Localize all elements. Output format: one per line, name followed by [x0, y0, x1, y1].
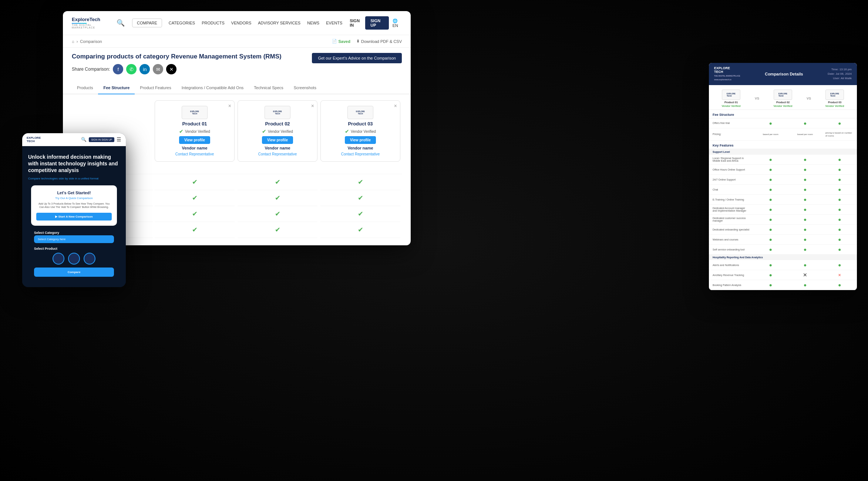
pdf-anc-p2: ✕: [788, 270, 822, 280]
check-icon: ●: [769, 226, 772, 232]
expert-advice-button[interactable]: Get our Expert's Advice on the Compariso…: [312, 53, 402, 63]
pdf-bp-p1: ●: [753, 280, 788, 290]
nav-products[interactable]: PRODUCTS: [202, 21, 225, 25]
check-icon: ●: [838, 262, 841, 268]
home-icon[interactable]: ⌂: [72, 39, 74, 44]
x-icon: ✕: [838, 273, 841, 277]
language-selector[interactable]: 🌐 EN: [393, 18, 402, 28]
mobile-card-title: Let's Get Started!: [36, 191, 112, 195]
pdf-etraining-label: E-Training / Online Training: [709, 195, 753, 205]
mobile-product-circle-1[interactable]: [53, 253, 64, 265]
pdf-acct-p3: ●: [822, 205, 857, 215]
contact-rep-2-link[interactable]: Contact Representative: [258, 152, 297, 156]
product-2-logo: EXPLORETECH: [265, 106, 290, 119]
pdf-vs-1: VS: [750, 90, 764, 107]
close-product-1-button[interactable]: ×: [228, 103, 231, 109]
check-icon: ●: [769, 176, 772, 182]
tab-products[interactable]: Products: [72, 82, 98, 94]
mobile-card-desc: Add Up To 3 Products Below To See How Th…: [36, 202, 112, 209]
pdf-free-trial-p2: ●: [788, 118, 822, 128]
close-product-2-button[interactable]: ×: [311, 103, 314, 109]
product-card-1: × EXPLORETECH Product 01 ✔ Vendor Verifi…: [155, 100, 235, 162]
breadcrumb-current: Comparison: [80, 39, 102, 44]
verified-check-icon-2: ✔: [262, 128, 266, 134]
product-3-name: Product 03: [348, 121, 373, 127]
pdf-key-features-title: Key Features: [709, 141, 857, 149]
share-twitter-button[interactable]: ✕: [166, 64, 176, 74]
contact-rep-1-link[interactable]: Contact Representative: [175, 152, 214, 156]
x-icon: ✕: [803, 272, 807, 278]
pdf-support-grid: Support Level Local / Regional Support i…: [709, 149, 857, 290]
product-3-logo: EXPLORETECH: [347, 106, 373, 119]
signup-button[interactable]: SIGN UP: [365, 16, 388, 30]
mobile-compare-button[interactable]: Compare: [34, 268, 114, 277]
logo-text: ExploreTech: [72, 17, 109, 22]
pdf-247-p3: ●: [822, 175, 857, 185]
share-linkedin-button[interactable]: in: [139, 64, 150, 74]
pdf-chat-p2: ●: [788, 185, 822, 195]
tab-screenshots[interactable]: Screenshots: [289, 82, 322, 94]
page-header: Comparing products of category Revenue M…: [63, 48, 411, 78]
nav-news[interactable]: NEWS: [307, 21, 319, 25]
download-button[interactable]: ⬇ Download PDF & CSV: [356, 39, 402, 44]
pdf-self-service-label: Self service onboarding tool: [709, 245, 753, 255]
check-icon: ●: [769, 157, 772, 162]
nav-advisory[interactable]: ADVISORY SERVICES: [258, 21, 300, 25]
pdf-ss-p3: ●: [822, 245, 857, 255]
pdf-title: Comparison Details: [744, 72, 824, 76]
nav-events[interactable]: EVENTS: [326, 21, 342, 25]
pdf-onboarding-spec-label: Dedicated onboarding specialist: [709, 225, 753, 235]
share-whatsapp-button[interactable]: ✆: [126, 64, 137, 74]
mobile-start-comparison-button[interactable]: ▶ Start A New Comparison: [36, 213, 112, 221]
mobile-search-icon[interactable]: 🔍: [81, 137, 87, 142]
pdf-office-p2: ●: [788, 165, 822, 175]
tab-product-features[interactable]: Product Features: [135, 82, 176, 94]
search-icon[interactable]: 🔍: [117, 19, 125, 27]
pdf-chat-label: Chat: [709, 185, 753, 195]
check-icon: ●: [838, 246, 841, 252]
pdf-webinars-label: Webinars and courses: [709, 235, 753, 245]
feature-cell-p3-office: ✔: [320, 174, 400, 190]
view-profile-3-button[interactable]: View profile: [345, 136, 376, 144]
check-icon: ●: [838, 236, 841, 242]
nav-vendors[interactable]: VENDORS: [231, 21, 251, 25]
mobile-category-select[interactable]: Select Category here: [34, 235, 114, 243]
mobile-signin-button[interactable]: SIGN IN SIGN UP: [89, 137, 114, 142]
check-icon: ●: [769, 196, 772, 202]
tab-technical-specs[interactable]: Technical Specs: [249, 82, 289, 94]
page-title: Comparing products of category Revenue M…: [72, 53, 282, 60]
view-profile-1-button[interactable]: View profile: [179, 136, 210, 144]
check-icon: ●: [769, 236, 772, 242]
product-1-logo: EXPLORETECH: [182, 106, 208, 119]
tab-fee-structure[interactable]: Fee Structure: [98, 82, 135, 94]
mobile-product-circle-2[interactable]: [68, 253, 80, 265]
pdf-pricing-p1: based per room: [753, 128, 788, 141]
share-row: Share Comparison: f ✆ in ✉ ✕: [72, 64, 282, 74]
share-email-button[interactable]: ✉: [153, 64, 163, 74]
check-icon: ●: [838, 157, 841, 162]
tab-integrations[interactable]: Integrations / Compatible Add Ons: [176, 82, 249, 94]
check-icon: ●: [769, 262, 772, 268]
mobile-product-circle-3[interactable]: [84, 253, 95, 265]
verified-label: Vendor Verified: [185, 130, 210, 134]
pdf-local-p1: ●: [753, 155, 788, 165]
nav-categories[interactable]: CATEGORIES: [169, 21, 195, 25]
pdf-etraining-p3: ●: [822, 195, 857, 205]
mobile-menu-icon[interactable]: ☰: [117, 137, 121, 142]
contact-rep-3-link[interactable]: Contact Representative: [341, 152, 380, 156]
comparison-tabs: Products Fee Structure Product Features …: [63, 82, 411, 94]
pdf-preview-window: EXPLORETECHTHE DIGITAL MARKETPLACEwww.ex…: [709, 63, 857, 290]
mobile-select-product-label: Select Product: [28, 245, 120, 251]
product-2-name: Product 02: [265, 121, 290, 127]
check-icon: ●: [838, 176, 841, 182]
pdf-product-col-1: EXPLORETECH Product 01 Vendor Verified: [713, 90, 750, 107]
pdf-web-p1: ●: [753, 235, 788, 245]
view-profile-2-button[interactable]: View profile: [262, 136, 293, 144]
signin-button[interactable]: SIGN IN: [350, 18, 361, 27]
close-product-3-button[interactable]: ×: [394, 103, 397, 109]
share-facebook-button[interactable]: f: [113, 64, 123, 74]
check-icon: ✔: [358, 178, 363, 186]
pdf-product-2-logo: EXPLORETECH: [774, 90, 792, 100]
nav-compare[interactable]: COMPARE: [132, 18, 162, 27]
pdf-acct-p1: ●: [753, 205, 788, 215]
